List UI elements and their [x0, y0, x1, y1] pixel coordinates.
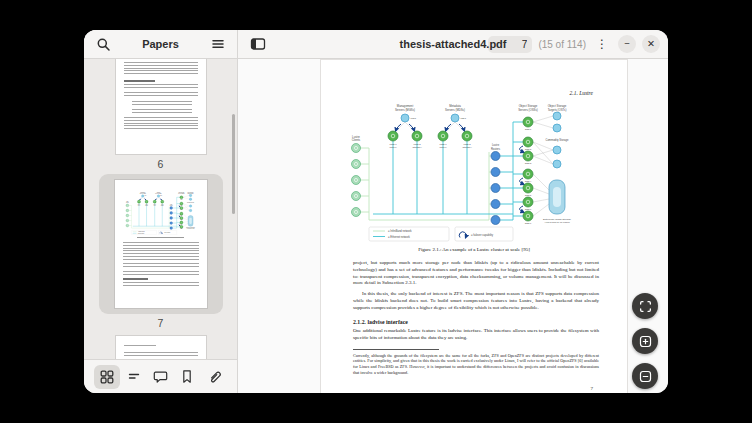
- svg-text:MDS 1: MDS 1: [439, 143, 447, 145]
- annotations-button[interactable]: [148, 365, 174, 389]
- svg-text:= Ethernet network: = Ethernet network: [388, 235, 411, 239]
- lustre-client-nodes: [352, 144, 361, 217]
- svg-text:MGS 2: MGS 2: [413, 143, 421, 145]
- svg-text:Servers (MDSs): Servers (MDSs): [445, 108, 465, 112]
- thumbnail-content: Management Servers (MGSs) Metadata Serve…: [115, 180, 207, 308]
- thumbnail-page-6[interactable]: 6: [84, 59, 237, 170]
- svg-text:(standby): (standby): [412, 146, 422, 148]
- search-icon: [96, 37, 111, 52]
- thumbnail-page-8[interactable]: [84, 335, 237, 359]
- thumbnail-selection-highlight: Management Servers (MGSs) Metadata Serve…: [99, 174, 223, 314]
- sidebar-toggle-icon: [250, 37, 266, 51]
- target-nodes: [141, 194, 191, 212]
- svg-text:Servers (MGSs): Servers (MGSs): [395, 108, 415, 112]
- svg-text:OSS 1: OSS 1: [525, 128, 532, 130]
- svg-text:OSS 6: OSS 6: [180, 224, 183, 225]
- fit-page-icon: [639, 300, 652, 313]
- minimize-button[interactable]: −: [618, 35, 636, 53]
- section-heading: 2.1.2. ladvise interface: [353, 319, 599, 325]
- thumbnails-button[interactable]: [94, 365, 120, 389]
- svg-text:MDT: MDT: [160, 195, 162, 196]
- footnote-rule: [353, 349, 439, 350]
- svg-text:Targets (OSTs): Targets (OSTs): [548, 108, 567, 112]
- paperclip-icon: [207, 369, 222, 384]
- search-button[interactable]: [91, 33, 115, 55]
- svg-text:MDS 2: MDS 2: [463, 143, 471, 145]
- sidebar: Papers 6: [84, 30, 238, 393]
- svg-text:OSS 6: OSS 6: [525, 208, 532, 210]
- body-paragraph: In this thesis, the only backend of inte…: [353, 291, 599, 311]
- svg-text:OSS 3: OSS 3: [525, 162, 532, 164]
- svg-text:OSS 7: OSS 7: [180, 228, 183, 229]
- close-button[interactable]: ✕: [642, 35, 660, 53]
- sidebar-scrollbar[interactable]: [232, 114, 235, 214]
- svg-text:Management: Management: [140, 191, 146, 193]
- svg-text:MGT: MGT: [144, 195, 146, 196]
- svg-text:(standby): (standby): [462, 146, 472, 148]
- sidebar-title: Papers: [142, 38, 179, 50]
- svg-text:Lustre: Lustre: [170, 203, 173, 205]
- sidebar-toolbar: [84, 359, 237, 393]
- bookmarks-button[interactable]: [174, 365, 200, 389]
- thumbnail-page-7[interactable]: Management Servers (MGSs) Metadata Serve…: [84, 174, 237, 329]
- menu-kebab-button[interactable]: ⋮: [594, 37, 610, 51]
- svg-text:OSS 2: OSS 2: [525, 148, 532, 150]
- document-viewer[interactable]: 2.1. Lustre: [238, 59, 668, 393]
- zoom-out-icon: [639, 370, 652, 383]
- svg-text:Servers (OSSs): Servers (OSSs): [518, 108, 538, 112]
- figure-caption: Figure 2.1.: An example of a Lustre clus…: [321, 247, 627, 252]
- figure-labels: Management Servers (MGSs) Metadata Serve…: [352, 104, 572, 238]
- app-menu-button[interactable]: [206, 33, 230, 55]
- svg-text:OSS 5: OSS 5: [180, 219, 183, 220]
- thumbnail-content: [115, 59, 207, 155]
- svg-text:MGT: MGT: [411, 117, 417, 120]
- svg-text:OSS 5: OSS 5: [525, 194, 532, 196]
- page-count-label: (15 of 114): [538, 39, 586, 50]
- zoom-controls: [632, 293, 658, 389]
- svg-text:OSS 4: OSS 4: [180, 215, 183, 216]
- svg-text:OSS 2: OSS 2: [180, 205, 183, 206]
- svg-text:Arrays and SAN Fabric: Arrays and SAN Fabric: [544, 221, 570, 224]
- svg-text:= InfiniBand network: = InfiniBand network: [388, 229, 412, 233]
- zoom-out-button[interactable]: [632, 363, 658, 389]
- svg-text:Metadata: Metadata: [156, 191, 160, 193]
- svg-text:MGS 1: MGS 1: [389, 143, 397, 145]
- sidebar-toggle-button[interactable]: [246, 33, 270, 55]
- lustre-figure-svg: Management Servers (MGSs) Metadata Serve…: [343, 102, 583, 242]
- hamburger-icon: [211, 37, 225, 51]
- svg-text:Clients: Clients: [352, 138, 361, 142]
- running-header: 2.1. Lustre: [321, 90, 593, 96]
- svg-text:Object Storage: Object Storage: [187, 191, 193, 193]
- pdf-page-number: 7: [321, 386, 593, 391]
- outline-button[interactable]: [121, 365, 147, 389]
- thumb7-figure-slot: Management Servers (MGSs) Metadata Serve…: [123, 191, 199, 235]
- svg-text:Commodity Storage: Commodity Storage: [187, 201, 195, 203]
- thumbnail-page-label: 7: [84, 317, 237, 329]
- fit-page-button[interactable]: [632, 293, 658, 319]
- svg-text:= failover capability: = failover capability: [471, 233, 494, 237]
- zoom-in-button[interactable]: [632, 328, 658, 354]
- svg-text:OSS 3: OSS 3: [180, 209, 183, 210]
- main-area: thesis-attached4.pdf (15 of 114) ⋮ − ✕ 2…: [238, 30, 668, 393]
- figure-labels: Management Servers (MGSs) Metadata Serve…: [126, 191, 195, 234]
- svg-text:Routers: Routers: [491, 147, 501, 151]
- svg-text:(active): (active): [389, 146, 397, 148]
- comment-icon: [153, 369, 168, 384]
- svg-text:Lustre: Lustre: [126, 200, 129, 202]
- body-paragraph: One additional remarkable Lustre feature…: [353, 328, 599, 342]
- attachments-button[interactable]: [201, 365, 227, 389]
- svg-text:Object Storage: Object Storage: [178, 191, 184, 193]
- svg-text:OSS 7: OSS 7: [525, 222, 532, 224]
- grid-icon: [100, 370, 114, 384]
- lustre-client-nodes: [125, 204, 128, 227]
- svg-text:OSS 1: OSS 1: [180, 199, 183, 200]
- svg-text:= InfiniBand network: = InfiniBand network: [137, 230, 145, 232]
- server-nodes: [137, 196, 183, 229]
- main-header: thesis-attached4.pdf (15 of 114) ⋮ − ✕: [238, 30, 668, 59]
- zoom-in-icon: [639, 335, 652, 348]
- footnote-text: Currently, although the grounds of the f…: [353, 353, 599, 376]
- body-paragraph: project, but supports much more storage …: [353, 260, 599, 287]
- sidebar-header: Papers: [84, 30, 237, 59]
- target-nodes: [401, 112, 561, 168]
- thumbnail-page-label: 6: [84, 158, 237, 170]
